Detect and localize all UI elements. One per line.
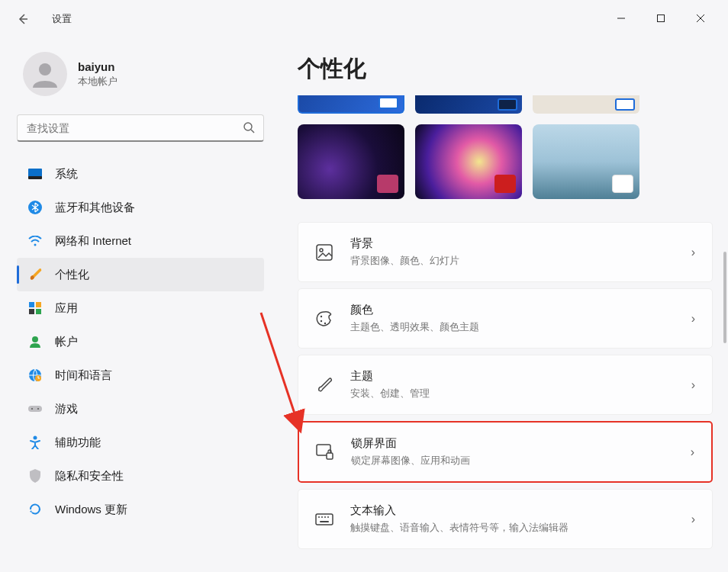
nav-update[interactable]: Windows 更新	[17, 493, 264, 526]
svg-rect-12	[29, 302, 34, 307]
lockscreen-icon	[316, 443, 334, 461]
theme-thumb[interactable]	[533, 124, 639, 199]
nav-label: 游戏	[55, 402, 78, 416]
accessibility-icon	[27, 435, 43, 450]
search-input[interactable]	[17, 114, 264, 142]
system-icon	[27, 166, 43, 182]
svg-rect-29	[327, 453, 333, 459]
profile-name: baiyun	[78, 60, 118, 73]
search-icon	[243, 121, 255, 137]
card-sub: 安装、创建、管理	[350, 387, 675, 400]
card-title: 锁屏界面	[351, 436, 674, 451]
card-title: 背景	[350, 236, 675, 251]
nav-label: 隐私和安全性	[55, 469, 124, 484]
titlebar: 设置	[0, 0, 728, 38]
svg-line-7	[251, 130, 254, 133]
card-sub: 锁定屏幕图像、应用和动画	[351, 454, 674, 468]
svg-point-22	[34, 436, 37, 440]
svg-point-6	[244, 123, 252, 130]
svg-rect-9	[28, 176, 42, 179]
card-lockscreen[interactable]: 锁屏界面锁定屏幕图像、应用和动画 ›	[298, 421, 713, 483]
svg-point-20	[31, 408, 33, 410]
nav-list: 系统 蓝牙和其他设备 网络和 Internet 个性化 应用 帐户 时间和语言 …	[17, 157, 264, 526]
page-title: 个性化	[298, 53, 713, 85]
chevron-right-icon: ›	[691, 445, 694, 459]
svg-rect-13	[36, 302, 41, 307]
nav-personalization[interactable]: 个性化	[17, 258, 264, 291]
minimize-button[interactable]	[612, 14, 630, 25]
chevron-right-icon: ›	[691, 312, 695, 326]
svg-rect-15	[36, 309, 41, 314]
nav-label: 应用	[55, 301, 78, 316]
profile-section[interactable]: baiyun 本地帐户	[17, 38, 264, 114]
nav-label: Windows 更新	[55, 503, 127, 517]
avatar	[23, 52, 67, 96]
update-icon	[27, 502, 43, 517]
apps-icon	[27, 300, 43, 316]
svg-rect-14	[29, 309, 34, 314]
svg-point-26	[321, 320, 322, 321]
svg-point-25	[321, 315, 322, 317]
nav-apps[interactable]: 应用	[17, 291, 264, 325]
card-background[interactable]: 背景背景图像、颜色、幻灯片 ›	[298, 222, 713, 282]
nav-system[interactable]: 系统	[17, 157, 264, 191]
theme-thumb[interactable]	[298, 124, 404, 199]
theme-thumb[interactable]	[415, 124, 522, 199]
close-button[interactable]	[691, 14, 710, 25]
back-button[interactable]	[8, 13, 38, 25]
card-title: 文本输入	[350, 503, 675, 518]
shield-icon	[27, 468, 43, 484]
card-title: 主题	[350, 369, 675, 384]
palette-icon	[315, 310, 333, 328]
nav-label: 个性化	[55, 268, 89, 282]
theme-thumb[interactable]	[298, 95, 404, 114]
profile-sub: 本地帐户	[78, 75, 118, 88]
card-title: 颜色	[350, 303, 675, 317]
gamepad-icon	[27, 401, 43, 416]
scrollbar[interactable]	[723, 252, 726, 343]
card-colors[interactable]: 颜色主题色、透明效果、颜色主题 ›	[298, 288, 713, 349]
svg-point-24	[320, 249, 323, 252]
app-title: 设置	[52, 12, 72, 26]
theme-preview-row-top	[298, 95, 713, 114]
card-sub: 触摸键盘、语音输入、表情符号等，输入法编辑器	[350, 521, 675, 535]
nav-bluetooth[interactable]: 蓝牙和其他设备	[17, 191, 264, 224]
svg-point-11	[34, 244, 37, 246]
nav-network[interactable]: 网络和 Internet	[17, 224, 264, 258]
theme-thumb[interactable]	[533, 95, 639, 114]
svg-point-5	[39, 63, 51, 76]
brush-icon	[27, 267, 43, 282]
content-area: 个性化 背景背景图像、颜色、幻灯片 › 颜色主题色、透明效果、颜色主题 › 主题…	[275, 38, 728, 572]
svg-point-27	[324, 322, 326, 323]
maximize-button[interactable]	[652, 14, 670, 25]
card-sub: 主题色、透明效果、颜色主题	[350, 320, 675, 334]
card-textinput[interactable]: 文本输入触摸键盘、语音输入、表情符号等，输入法编辑器 ›	[298, 489, 713, 549]
nav-label: 系统	[55, 167, 78, 182]
nav-privacy[interactable]: 隐私和安全性	[17, 459, 264, 493]
nav-label: 帐户	[55, 335, 78, 349]
nav-accessibility[interactable]: 辅助功能	[17, 426, 264, 459]
svg-rect-19	[28, 406, 42, 412]
sidebar: baiyun 本地帐户 系统 蓝牙和其他设备 网络和 Internet 个性化 …	[0, 38, 275, 572]
theme-thumb[interactable]	[415, 95, 522, 114]
wifi-icon	[27, 233, 43, 249]
brush-icon	[315, 376, 333, 394]
svg-rect-30	[316, 514, 333, 525]
nav-label: 时间和语言	[55, 368, 112, 383]
chevron-right-icon: ›	[691, 513, 695, 526]
window-controls	[612, 14, 720, 25]
keyboard-icon	[315, 510, 333, 529]
chevron-right-icon: ›	[691, 378, 695, 392]
globe-icon	[27, 368, 43, 383]
person-icon	[27, 334, 43, 349]
nav-time[interactable]: 时间和语言	[17, 358, 264, 392]
theme-preview-row	[298, 124, 713, 199]
nav-accounts[interactable]: 帐户	[17, 325, 264, 358]
card-themes[interactable]: 主题安装、创建、管理 ›	[298, 355, 713, 415]
svg-rect-2	[658, 14, 665, 21]
svg-point-16	[32, 336, 38, 342]
nav-gaming[interactable]: 游戏	[17, 392, 264, 426]
nav-label: 网络和 Internet	[55, 234, 131, 249]
image-icon	[315, 243, 333, 262]
svg-point-21	[37, 408, 39, 410]
